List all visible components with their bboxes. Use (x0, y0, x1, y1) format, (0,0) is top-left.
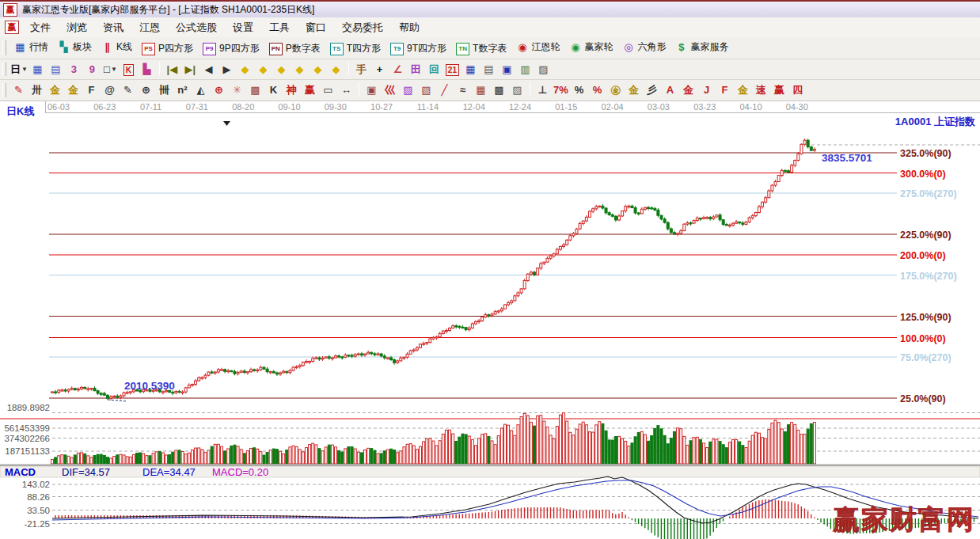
diamond-h-expand-icon[interactable]: ◆ (272, 60, 291, 78)
a-net-icon[interactable]: A (661, 81, 679, 99)
circle-grid-icon[interactable]: ⊕ (137, 81, 155, 99)
web-icon[interactable]: ✳ (228, 81, 246, 99)
gold-angle-icon[interactable]: 金 (734, 82, 752, 100)
calculator-icon[interactable]: ▦ (462, 60, 480, 78)
diamond-v-compress-icon[interactable]: ◆ (309, 60, 327, 78)
first-page-icon[interactable]: |◀ (163, 60, 181, 78)
info-f10-icon[interactable]: ▤ (47, 60, 65, 78)
cycle-tool-icon[interactable]: 回 (425, 60, 443, 78)
pattern-a-icon[interactable]: ▨ (399, 81, 417, 99)
note-icon[interactable]: ▤ (480, 60, 498, 78)
export-icon[interactable]: ▥ (516, 60, 534, 78)
winner-service-button[interactable]: $赢家服务 (670, 38, 733, 57)
gann-wheel-button[interactable]: ◉江恩轮 (511, 38, 564, 57)
pencil-dark-icon[interactable]: ✎ (119, 81, 137, 99)
diamond-v-expand-icon[interactable]: ◆ (327, 60, 345, 78)
p-square-button[interactable]: PSP四方形 (137, 40, 198, 59)
bars-9-icon[interactable]: 9 (83, 60, 101, 78)
brush-icon[interactable]: 彡 (643, 82, 661, 100)
price-ruler-icon[interactable]: ▭ (319, 81, 337, 99)
t-square-button[interactable]: TST四方形 (325, 40, 386, 59)
angle-measure-icon[interactable]: ∠ (389, 60, 407, 78)
wave-line-icon[interactable]: ≈ (454, 81, 472, 99)
menu-news[interactable]: 资讯 (95, 21, 131, 33)
gold-circle-icon[interactable]: ㊎ (606, 82, 625, 100)
pattern-b-icon[interactable]: ▧ (417, 81, 435, 99)
period-day-dropdown[interactable]: 日▼ (9, 60, 28, 78)
percent-retrace-icon[interactable]: 7% (552, 81, 570, 99)
circle-cross-icon[interactable]: ⊕ (210, 81, 228, 99)
drag-hand-icon[interactable]: 手 (352, 60, 370, 78)
grid-a-icon[interactable]: ▦ (472, 81, 490, 99)
diamond-right-icon[interactable]: ◆ (254, 60, 272, 78)
pencil-red-icon[interactable]: ✎ (9, 81, 28, 99)
calendar-icon[interactable]: 21 (443, 61, 462, 79)
hatch-icon[interactable]: ▨ (508, 81, 526, 99)
toolbar-grip[interactable] (2, 83, 6, 97)
f-comb-icon[interactable]: F (82, 81, 101, 99)
gold-red-line-icon[interactable]: 金 (679, 82, 697, 100)
menu-formula-stock-pick[interactable]: 公式选股 (168, 21, 225, 33)
main-graph-icon[interactable]: ▦ (28, 60, 47, 78)
kline-button[interactable]: ∥K线 (97, 38, 137, 57)
gold-grid-icon[interactable]: 金 (46, 82, 64, 100)
percent-icon[interactable]: % (570, 81, 588, 99)
dual-kline-icon[interactable]: K (120, 61, 138, 79)
hash-grid-icon[interactable]: 卌 (155, 82, 173, 100)
kline-chart-svg[interactable]: 06-0306-2307-1107-3108-2009-1009-3010-27… (0, 101, 980, 539)
bars-3-icon[interactable]: 3 (65, 60, 83, 78)
web-box-icon[interactable]: ▩ (246, 81, 264, 99)
gold-line-icon[interactable]: 金 (625, 82, 643, 100)
toolbar-grip[interactable] (2, 63, 6, 77)
diamond-left-icon[interactable]: ◆ (236, 60, 254, 78)
ying-angle-icon[interactable]: 赢 (770, 82, 788, 100)
width-measure-icon[interactable]: ↔ (337, 81, 355, 99)
grid-comb-icon[interactable]: 卅 (28, 82, 46, 100)
n-squared-icon[interactable]: n² (173, 81, 192, 99)
gann-box-icon[interactable]: 田 (407, 60, 425, 78)
menu-help[interactable]: 帮助 (391, 21, 427, 33)
menu-tools[interactable]: 工具 (261, 21, 298, 33)
menu-browse[interactable]: 浏览 (59, 21, 95, 33)
nine-p-square-button[interactable]: P99P四方形 (198, 40, 264, 59)
nine-t-square-button[interactable]: T99T四方形 (386, 40, 451, 59)
shen-tool-icon[interactable]: 神 (283, 82, 301, 100)
grid-b-icon[interactable]: ▩ (490, 81, 508, 99)
hexagon-button[interactable]: ◎六角形 (617, 38, 670, 57)
t-number-table-button[interactable]: TNT数字表 (451, 40, 511, 59)
speed-angle-icon[interactable]: 速 (752, 82, 770, 100)
color-volume-icon[interactable]: ▙ (138, 60, 156, 78)
trend-line-icon[interactable]: ╱ (435, 81, 454, 99)
diamond-h-compress-icon[interactable]: ◆ (291, 60, 309, 78)
scale-tool-icon[interactable]: ⊥ (534, 81, 552, 99)
crosshair-icon[interactable]: + (370, 60, 389, 78)
menu-gann[interactable]: 江恩 (131, 21, 168, 33)
print-icon[interactable]: ▨ (534, 60, 553, 78)
mirror-angle-icon[interactable]: ◭ (192, 81, 210, 99)
next-bar-icon[interactable]: ▶ (218, 60, 236, 78)
menu-trade-entrust[interactable]: 交易委托 (334, 21, 391, 33)
gold-grid2-icon[interactable]: 金 (64, 82, 82, 100)
candle-style-dropdown[interactable]: □▼ (101, 60, 120, 78)
prev-bar-icon[interactable]: ◀ (199, 60, 218, 78)
toolbar-grip[interactable] (2, 40, 6, 55)
k-mark-icon[interactable]: K (264, 81, 283, 99)
sectors-button[interactable]: ▚板块 (53, 38, 97, 57)
menu-file[interactable]: 文件 (22, 21, 59, 33)
last-page-icon[interactable]: ▶| (181, 60, 199, 78)
menu-window[interactable]: 窗口 (298, 21, 334, 33)
menu-settings[interactable]: 设置 (225, 21, 261, 33)
f-angle-icon[interactable]: F (716, 81, 734, 99)
p-number-table-button[interactable]: PNP数字表 (264, 40, 325, 59)
spiral-icon[interactable]: @ (101, 81, 119, 99)
percent-line-icon[interactable]: % (588, 81, 606, 99)
winner-wheel-button[interactable]: ◉赢家轮 (564, 38, 617, 57)
chart-area[interactable]: 06-0306-2307-1107-3108-2009-1009-3010-27… (0, 101, 980, 539)
save-icon[interactable]: ▣ (498, 60, 516, 78)
quotes-button[interactable]: ▦行情 (9, 38, 53, 57)
four-angle-icon[interactable]: 四 (788, 82, 807, 100)
j-angle-icon[interactable]: J (697, 81, 716, 99)
gann-fan-icon[interactable]: 巛 (381, 82, 399, 100)
ying-tool-icon[interactable]: 赢 (301, 82, 319, 100)
area-box-icon[interactable]: ▣ (363, 81, 381, 99)
